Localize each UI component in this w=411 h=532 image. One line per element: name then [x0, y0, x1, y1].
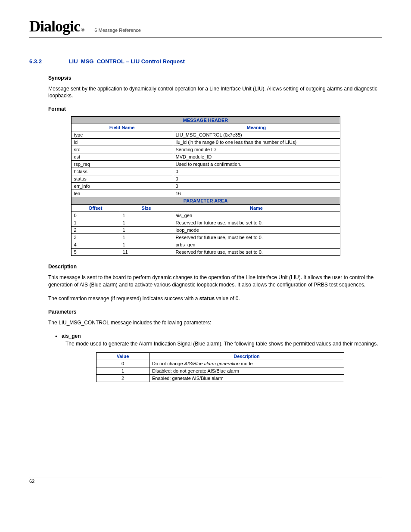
- parameter-area-band: PARAMETER AREA: [71, 197, 340, 205]
- table-row: hclass0: [71, 168, 340, 175]
- bullet-icon: •: [55, 333, 57, 339]
- table-row: err_info0: [71, 183, 340, 190]
- table-row: 01ais_gen: [71, 212, 340, 219]
- parameters-intro: The LIU_MSG_CONTROL message includes the…: [29, 319, 382, 326]
- col-field-name: Field Name: [71, 124, 173, 131]
- table-row: 1 Disabled; do not generate AIS/Blue ala…: [97, 367, 344, 375]
- table-row: 11Reserved for future use, must be set t…: [71, 219, 340, 227]
- table-row: typeLIU_MSG_CONTROL (0x7e35): [71, 131, 340, 139]
- section-heading: 6.3.2 LIU_MSG_CONTROL – LIU Control Requ…: [29, 58, 382, 65]
- message-header-band: MESSAGE HEADER: [71, 117, 340, 124]
- registered-icon: ®: [81, 27, 84, 32]
- description-p1: This message is sent to the board to per…: [29, 274, 382, 288]
- section-title: LIU_MSG_CONTROL – LIU Control Request: [69, 58, 185, 65]
- format-table: MESSAGE HEADER Field Name Meaning typeLI…: [71, 116, 340, 256]
- table-row: 0 Do not change AIS/Blue alarm generatio…: [97, 360, 344, 367]
- table-row: rsp_reqUsed to request a confirmation.: [71, 161, 340, 168]
- table-row: status0: [71, 175, 340, 183]
- table-row: 21loop_mode: [71, 227, 340, 234]
- table-row: idliu_id (in the range 0 to one less tha…: [71, 139, 340, 146]
- col-name: Name: [173, 205, 340, 212]
- synopsis-text: Message sent by the application to dynam…: [29, 85, 382, 99]
- table-row: srcSending module ID: [71, 146, 340, 153]
- parameter-name: ais_gen: [62, 333, 81, 339]
- col-value: Value: [97, 353, 149, 360]
- table-row: 31Reserved for future use, must be set t…: [71, 234, 340, 241]
- description-p2: The confirmation message (if requested) …: [29, 295, 382, 302]
- col-description: Description: [149, 353, 344, 360]
- format-heading: Format: [29, 106, 382, 112]
- table-row: len16: [71, 190, 340, 197]
- ais-gen-table: Value Description 0 Do not change AIS/Bl…: [96, 352, 344, 382]
- page-number: 62: [29, 479, 34, 484]
- table-row: 2 Enabled; generate AIS/Blue alarm: [97, 375, 344, 382]
- parameter-item: • ais_gen The mode used to generate the …: [29, 333, 382, 347]
- synopsis-heading: Synopsis: [29, 75, 382, 81]
- col-size: Size: [120, 205, 173, 212]
- col-offset: Offset: [71, 205, 120, 212]
- logo-text: Dialogic: [29, 17, 80, 35]
- table-row: 41prbs_gen: [71, 241, 340, 249]
- parameter-text: The mode used to generate the Alarm Indi…: [55, 340, 382, 347]
- logo: Dialogic ®: [29, 17, 84, 35]
- table-row: dstMVD_module_ID: [71, 153, 340, 161]
- description-heading: Description: [29, 264, 382, 270]
- section-number: 6.3.2: [29, 58, 67, 65]
- page-header: Dialogic ® 6 Message Reference: [29, 17, 382, 37]
- table-row: 511Reserved for future use, must be set …: [71, 249, 340, 256]
- col-meaning: Meaning: [173, 124, 340, 131]
- breadcrumb: 6 Message Reference: [94, 28, 141, 35]
- page-footer: 62: [29, 477, 382, 484]
- parameters-heading: Parameters: [29, 309, 382, 315]
